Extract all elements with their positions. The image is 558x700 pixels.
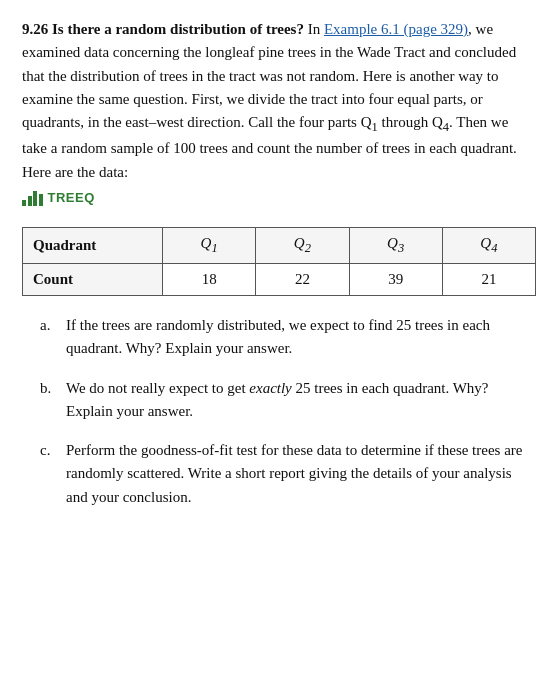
example-link[interactable]: Example 6.1 (page 329) [324,21,468,37]
body1-text: , we examined data concerning the longle… [22,21,517,180]
table-count-label: Count [23,264,163,296]
part-a-text: If the trees are randomly distributed, w… [66,314,536,361]
table-cell-q4: 21 [442,264,535,296]
problem-body: 9.26 Is there a random distribution of t… [22,18,536,213]
intro-text: In [308,21,324,37]
bar-chart-icon [22,190,43,206]
table-cell-q1: 18 [163,264,256,296]
part-b: b. We do not really expect to get exactl… [22,377,536,424]
treeq-label: TREEQ [48,188,95,208]
table-header-q3: Q3 [349,228,442,264]
table-header-q2: Q2 [256,228,349,264]
data-table: Quadrant Q1 Q2 Q3 Q4 Count 18 22 39 21 [22,227,536,296]
table-header-quadrant: Quadrant [23,228,163,264]
part-a-label: a. [40,314,58,361]
problem-title: Is there a random distribution of trees? [52,21,304,37]
problem-number: 9.26 [22,21,48,37]
part-c: c. Perform the goodness-of-fit test for … [22,439,536,509]
treeq-badge: TREEQ [22,188,95,208]
table-cell-q2: 22 [256,264,349,296]
parts-section: a. If the trees are randomly distributed… [22,314,536,509]
table-header-q4: Q4 [442,228,535,264]
table-data-row: Count 18 22 39 21 [23,264,536,296]
part-b-label: b. [40,377,58,424]
table-header-q1: Q1 [163,228,256,264]
part-b-text: We do not really expect to get exactly 2… [66,377,536,424]
part-c-label: c. [40,439,58,509]
part-c-text: Perform the goodness-of-fit test for the… [66,439,536,509]
table-header-row: Quadrant Q1 Q2 Q3 Q4 [23,228,536,264]
table-cell-q3: 39 [349,264,442,296]
part-a: a. If the trees are randomly distributed… [22,314,536,361]
